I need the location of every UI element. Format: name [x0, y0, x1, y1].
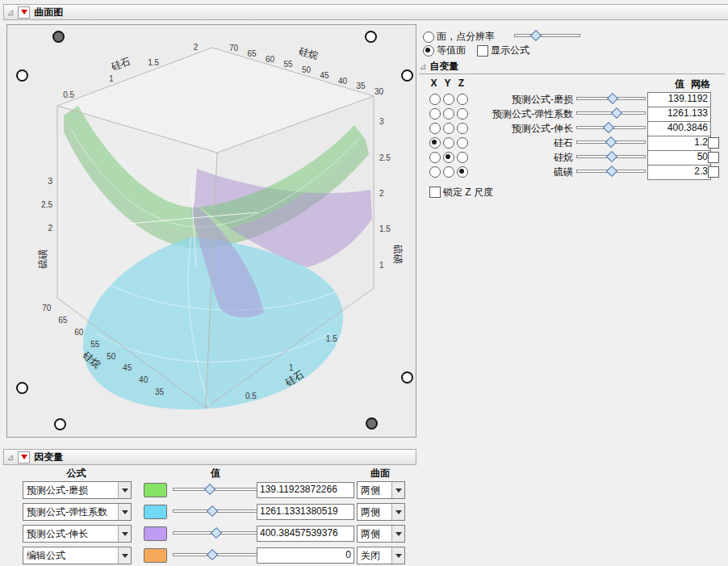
indep-row-3-axis-x-radio[interactable] [429, 137, 441, 149]
indep-row-3-axis-y-radio[interactable] [443, 137, 454, 149]
indep-row-0-slider-thumb[interactable] [607, 93, 618, 104]
plot-area[interactable]: 0.511.52硅石706560555045403530硅烷32.52硫磺32.… [6, 24, 416, 438]
dep-row-3-surface-select-dropdown-arrow-icon [391, 547, 404, 564]
indep-row-3-value-input[interactable]: 1.2 [647, 136, 711, 151]
dep-row-0-value-slider[interactable] [173, 484, 258, 494]
indep-row-5-grid-checkbox[interactable] [708, 166, 719, 178]
indep-row-1-value-input[interactable]: 1261.133 [647, 107, 711, 122]
plot-handle-left-lower[interactable] [16, 382, 28, 394]
axis-tick-silane-4-6: 40 [139, 375, 149, 384]
indep-row-1-slider[interactable] [576, 108, 646, 118]
collapse-triangle-icon[interactable]: ⊿ [6, 8, 14, 17]
lock-z-checkbox[interactable] [429, 187, 441, 198]
isosurface-label: 等值面 [437, 44, 466, 57]
independent-title: 自变量 [429, 60, 458, 73]
indep-row-2-slider[interactable] [576, 123, 646, 132]
indep-row-3-slider[interactable] [576, 137, 646, 147]
dependent-collapse-icon[interactable]: ⊿ [6, 453, 14, 462]
indep-row-3-slider-thumb[interactable] [605, 136, 617, 148]
indep-row-1-axis-y-radio[interactable] [443, 108, 454, 119]
red-triangle-menu-icon[interactable] [18, 6, 30, 19]
dep-row-1-color-swatch[interactable] [144, 505, 167, 519]
dep-row-2-color-swatch[interactable] [144, 526, 167, 541]
plot-handle-right-lower[interactable] [401, 371, 413, 384]
indep-row-5-slider[interactable] [576, 166, 646, 176]
indep-row-4-axis-x-radio[interactable] [429, 152, 441, 163]
indep-row-1-axis-x-radio[interactable] [429, 108, 441, 119]
dep-row-2-formula-select[interactable]: 预测公式-伸长 [23, 525, 132, 543]
dep-row-1-value-slider[interactable] [173, 506, 258, 516]
indep-row-0-axis-z-radio[interactable] [457, 94, 468, 105]
indep-row-5-axis-y-radio[interactable] [443, 166, 454, 178]
show-formula-label: 显示公式 [491, 44, 529, 57]
col-header-grid: 网格 [691, 78, 710, 91]
dep-row-2-surface-select[interactable]: 两侧 [357, 525, 405, 543]
indep-row-1-axis-z-radio[interactable] [457, 108, 468, 119]
indep-row-0-axis-y-radio[interactable] [443, 94, 454, 105]
dep-row-3-formula-select-value: 编辑公式 [23, 547, 118, 564]
plot-handle-bottom-left[interactable] [54, 418, 66, 430]
resolution-slider[interactable] [514, 31, 580, 40]
indep-row-4-axis-z-radio[interactable] [457, 152, 468, 163]
dep-row-1-value-input[interactable]: 1261.1331380519 [257, 504, 354, 520]
plot-handle-left-upper[interactable] [16, 69, 28, 82]
indep-row-2-slider-thumb[interactable] [603, 122, 614, 133]
dependent-red-triangle-menu-icon[interactable] [18, 451, 30, 463]
dep-row-2-value-slider[interactable] [173, 528, 258, 538]
indep-row-4-axis-y-radio[interactable] [443, 152, 454, 163]
indep-row-3-axis-z-radio[interactable] [457, 137, 468, 149]
isosurface-radio[interactable] [423, 45, 434, 57]
axis-tick-silane-1-6: 40 [338, 77, 348, 86]
dep-row-2-value-input[interactable]: 400.38457539376 [257, 526, 354, 542]
dep-row-1-surface-select[interactable]: 两侧 [357, 503, 405, 521]
indep-row-1-slider-thumb[interactable] [611, 107, 622, 119]
indep-row-2-axis-y-radio[interactable] [443, 123, 454, 134]
indep-row-5-axis-x-radio[interactable] [429, 166, 441, 178]
dep-row-0-value-input[interactable]: 139.11923872266 [257, 482, 354, 498]
indep-row-3-grid-checkbox[interactable] [708, 137, 719, 149]
dep-row-2-surface-select-dropdown-arrow-icon [391, 526, 404, 542]
plot-handle-top-right[interactable] [365, 31, 377, 43]
dep-row-0-value-slider-thumb[interactable] [204, 484, 215, 495]
dep-row-3-formula-select[interactable]: 编辑公式 [23, 547, 132, 564]
axis-title-silane-1: 硅烷 [298, 45, 320, 61]
indep-row-2-axis-z-radio[interactable] [457, 123, 468, 134]
indep-row-0-value-input[interactable]: 139.1192 [647, 92, 711, 107]
indep-row-0-axis-x-radio[interactable] [429, 94, 441, 105]
indep-row-5-value-input[interactable]: 2.3 [647, 165, 711, 180]
sheet-points-radio[interactable] [423, 31, 434, 43]
dep-row-3-color-swatch[interactable] [144, 548, 167, 563]
dep-row-0-surface-select[interactable]: 两侧 [357, 481, 405, 499]
dep-row-1-value-slider-thumb[interactable] [207, 505, 218, 517]
dep-row-2-formula-select-value: 预测公式-伸长 [23, 526, 118, 542]
indep-row-0-slider[interactable] [576, 94, 646, 103]
axis-title-sulfur-2: 硫磺 [37, 249, 48, 269]
dep-row-3-value-slider-thumb[interactable] [207, 549, 218, 560]
axis-tick-silica-0-3: 2 [194, 43, 199, 52]
resolution-slider-thumb[interactable] [530, 30, 542, 41]
indep-row-4-grid-checkbox[interactable] [708, 152, 719, 163]
indep-row-4-value-input[interactable]: 50 [647, 150, 711, 166]
dep-row-0-formula-select[interactable]: 预测公式-磨损 [23, 481, 132, 499]
dep-row-2-surface-select-value: 两侧 [358, 526, 391, 542]
dep-row-0-color-swatch[interactable] [144, 483, 167, 497]
dep-row-3-surface-select[interactable]: 关闭 [357, 547, 405, 564]
dep-row-1-formula-select[interactable]: 预测公式-弹性系数 [23, 503, 132, 521]
indep-row-2-value-input[interactable]: 400.3846 [647, 121, 711, 136]
show-formula-checkbox[interactable] [477, 45, 488, 57]
indep-row-2-axis-x-radio[interactable] [429, 123, 441, 134]
indep-row-5-slider-thumb[interactable] [606, 166, 617, 177]
plot-handle-top-left[interactable] [52, 31, 65, 43]
independent-collapse-icon[interactable]: ⊿ [419, 62, 426, 71]
plot-handle-bottom-right[interactable] [366, 417, 378, 430]
dep-col-value: 值 [173, 467, 258, 480]
indep-row-4-slider[interactable] [576, 152, 646, 161]
plot-handle-right-upper[interactable] [401, 69, 413, 82]
dep-row-3-value-slider[interactable] [173, 550, 258, 560]
indep-row-4-slider-thumb[interactable] [606, 151, 617, 162]
indep-row-5-axis-z-radio[interactable] [457, 166, 468, 178]
dep-row-0-formula-select-value: 预测公式-磨损 [23, 482, 118, 498]
dep-row-3-value-input[interactable]: 0 [257, 547, 354, 564]
dep-row-2-value-slider-thumb[interactable] [211, 527, 222, 539]
resolution-slider-track [514, 34, 580, 37]
